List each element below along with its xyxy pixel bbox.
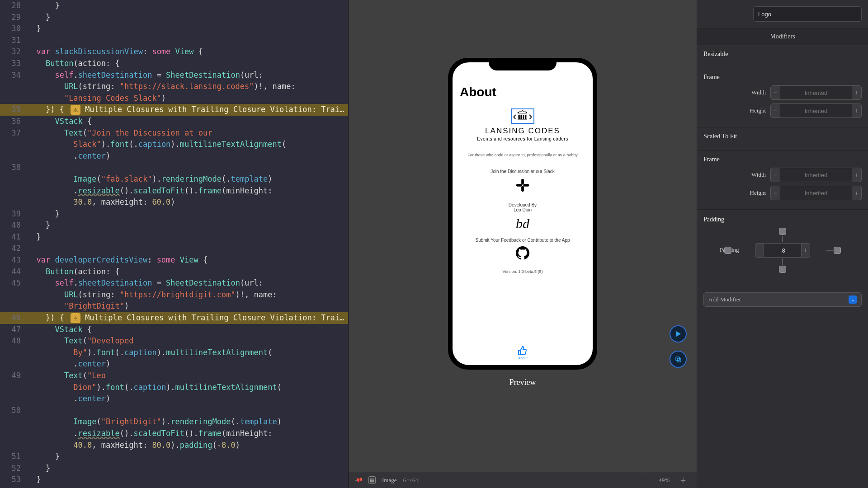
- code-line[interactable]: 31: [0, 35, 348, 47]
- padding-stepper[interactable]: −+: [755, 243, 810, 258]
- warning-message[interactable]: Multiple Closures with Trailing Closure …: [85, 104, 348, 116]
- code-line[interactable]: Dion").font(.caption).multilineTextAlign…: [0, 382, 348, 394]
- svg-rect-3: [523, 184, 529, 187]
- code-line[interactable]: 33 Button(action: {: [0, 58, 348, 70]
- code-line[interactable]: 54: [0, 486, 348, 488]
- code-line[interactable]: 37 Text("Join the Discussion at our: [0, 127, 348, 139]
- code-line[interactable]: URL(string: "https://brightdigit.com")!,…: [0, 289, 348, 301]
- image-name-input[interactable]: [753, 6, 862, 22]
- slack-cta: Join the Discussion at our Slack: [491, 169, 555, 174]
- selection-dims: 64×64: [403, 477, 418, 484]
- section-frame-1: Frame Width −+ Height −+: [697, 68, 868, 127]
- duplicate-preview-button[interactable]: [670, 351, 687, 368]
- padding-right-handle[interactable]: [834, 247, 841, 254]
- padding-bottom-handle[interactable]: [779, 266, 786, 273]
- code-line[interactable]: 38: [0, 162, 348, 174]
- code-line[interactable]: 28 }: [0, 0, 348, 12]
- dev-name: Leo Dion: [514, 207, 532, 212]
- padding-top-handle[interactable]: [779, 228, 786, 235]
- code-line[interactable]: .resizable().scaledToFit().frame(minHeig…: [0, 185, 348, 197]
- code-line[interactable]: 52 }: [0, 463, 348, 474]
- code-line[interactable]: URL(string: "https://slack.lansing.codes…: [0, 81, 348, 93]
- image-thumb-icon: ▦: [368, 476, 376, 484]
- warning-icon[interactable]: ⚠: [71, 313, 80, 323]
- width-stepper-1[interactable]: −+: [770, 85, 862, 100]
- code-line[interactable]: 35 }) { ⚠Multiple Closures with Trailing…: [0, 104, 348, 116]
- code-line[interactable]: 48 Text("Developed: [0, 335, 348, 347]
- modifiers-header: Modifiers: [697, 28, 868, 45]
- inspector-panel: Modifiers Resizable Frame Width −+ Heigh…: [697, 0, 868, 488]
- code-line[interactable]: 30.0, maxHeight: 60.0): [0, 197, 348, 208]
- code-line[interactable]: .center): [0, 358, 348, 370]
- code-line[interactable]: 39 }: [0, 208, 348, 220]
- section-padding: Padding Padding −+: [697, 210, 868, 284]
- tab-bar[interactable]: About: [453, 340, 593, 365]
- code-line[interactable]: 29 }: [0, 12, 348, 23]
- code-line[interactable]: "Lansing Codes Slack"): [0, 93, 348, 104]
- code-line[interactable]: 44 Button(action: {: [0, 266, 348, 278]
- code-line[interactable]: 46 }) { ⚠Multiple Closures with Trailing…: [0, 312, 348, 324]
- code-line[interactable]: Image("fab.slack").renderingMode(.templa…: [0, 174, 348, 185]
- logo-selected[interactable]: ‹🏛›: [511, 108, 534, 124]
- selection-kind: Image: [382, 477, 396, 484]
- code-line[interactable]: 40 }: [0, 220, 348, 231]
- code-line[interactable]: 30 }: [0, 23, 348, 35]
- code-line[interactable]: 36 VStack {: [0, 116, 348, 127]
- width-stepper-2[interactable]: −+: [770, 168, 862, 182]
- code-line[interactable]: 32 var slackDiscussionView: some View {: [0, 46, 348, 58]
- svg-rect-2: [516, 184, 522, 187]
- zoom-out-button[interactable]: −: [642, 475, 652, 485]
- dev-by-label: Developed By: [509, 202, 537, 207]
- live-preview-button[interactable]: [670, 325, 687, 343]
- warning-icon[interactable]: ⚠: [71, 105, 80, 115]
- code-line[interactable]: 45 self.sheetDestination = SheetDestinat…: [0, 277, 348, 289]
- zoom-level: 49%: [659, 477, 670, 484]
- code-line[interactable]: 42: [0, 243, 348, 254]
- preview-canvas[interactable]: About ‹🏛› LANSING CODES Events and resou…: [348, 0, 697, 488]
- code-line[interactable]: 51 }: [0, 451, 348, 463]
- code-line[interactable]: .center): [0, 393, 348, 405]
- capitol-icon: ‹🏛›: [513, 109, 532, 123]
- code-line[interactable]: "BrightDigit"): [0, 300, 348, 312]
- device-notch: [489, 58, 557, 70]
- code-line[interactable]: 50: [0, 405, 348, 417]
- code-line[interactable]: 53 }: [0, 474, 348, 486]
- svg-rect-0: [521, 179, 524, 185]
- height-stepper-1[interactable]: −+: [770, 103, 862, 118]
- code-line[interactable]: 49 Text("Leo: [0, 370, 348, 382]
- code-line[interactable]: 40.0, maxHeight: 80.0).padding(-8.0): [0, 440, 348, 451]
- code-editor[interactable]: 28 }29 }30 }3132 var slackDiscussionView…: [0, 0, 348, 488]
- code-line[interactable]: .resizable().scaledToFit().frame(minHeig…: [0, 428, 348, 440]
- slack-icon: [515, 178, 530, 196]
- padding-left-handle[interactable]: [724, 247, 731, 254]
- code-line[interactable]: By").font(.caption).multilineTextAlignme…: [0, 347, 348, 359]
- github-icon: [516, 246, 529, 263]
- width-label-2: Width: [751, 171, 766, 178]
- section-scaled-to-fit: Scaled To Fit: [697, 127, 868, 150]
- code-line[interactable]: Image("BrightDigit").renderingMode(.temp…: [0, 416, 348, 428]
- tab-label: About: [518, 356, 528, 360]
- pin-icon[interactable]: 📌: [354, 475, 363, 485]
- padding-diagram[interactable]: Padding −+: [753, 228, 812, 273]
- add-modifier-dropdown[interactable]: Add Modifier ⌄: [703, 292, 862, 307]
- height-label-2: Height: [750, 189, 766, 197]
- thumbs-up-icon: [518, 346, 528, 356]
- section-frame-2: Frame Width −+ Height −+: [697, 150, 868, 210]
- code-line[interactable]: 43 var developerCreditsView: some View {: [0, 254, 348, 266]
- code-line[interactable]: .center): [0, 150, 348, 162]
- warning-message[interactable]: Multiple Closures with Trailing Closure …: [85, 312, 348, 324]
- code-line[interactable]: Slack").font(.caption).multilineTextAlig…: [0, 139, 348, 150]
- code-line[interactable]: 47 VStack {: [0, 324, 348, 336]
- height-label: Height: [750, 107, 766, 114]
- zoom-in-button[interactable]: ＋: [676, 474, 690, 486]
- svg-rect-4: [519, 350, 521, 355]
- height-stepper-2[interactable]: −+: [770, 186, 862, 200]
- code-line[interactable]: 41 }: [0, 231, 348, 243]
- feedback-cta: Submit Your Feedback or Contribute to th…: [475, 238, 570, 243]
- preview-label: Preview: [509, 378, 536, 387]
- brand-subtitle: Events and resources for Lansing coders: [477, 136, 568, 141]
- canvas-status-bar: 📌 ▦ Image 64×64 − 49% ＋: [349, 472, 697, 488]
- code-line[interactable]: 34 self.sheetDestination = SheetDestinat…: [0, 70, 348, 81]
- svg-rect-1: [521, 186, 524, 192]
- section-resizable: Resizable: [697, 45, 868, 68]
